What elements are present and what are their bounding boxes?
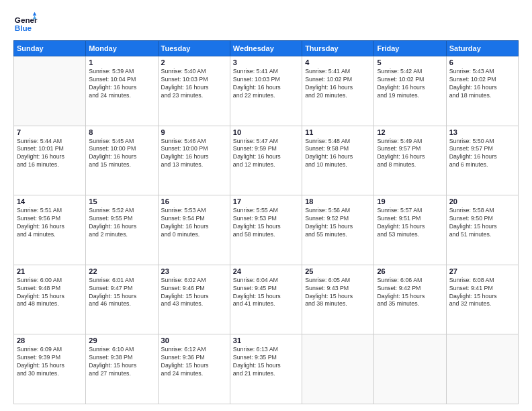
calendar-cell: 11Sunrise: 5:48 AM Sunset: 9:58 PM Dayli… <box>302 126 374 195</box>
day-info: Sunrise: 6:08 AM Sunset: 9:41 PM Dayligh… <box>449 277 515 309</box>
day-info: Sunrise: 5:48 AM Sunset: 9:58 PM Dayligh… <box>305 138 371 170</box>
day-info: Sunrise: 6:04 AM Sunset: 9:45 PM Dayligh… <box>233 277 299 309</box>
day-number: 13 <box>449 128 515 136</box>
day-number: 20 <box>449 197 515 205</box>
day-info: Sunrise: 5:42 AM Sunset: 10:02 PM Daylig… <box>377 68 443 100</box>
calendar-cell <box>14 56 86 126</box>
day-info: Sunrise: 5:49 AM Sunset: 9:57 PM Dayligh… <box>377 138 443 170</box>
calendar-cell: 30Sunrise: 6:12 AM Sunset: 9:36 PM Dayli… <box>158 334 230 404</box>
day-number: 22 <box>89 267 154 275</box>
day-number: 21 <box>17 267 83 275</box>
calendar-cell: 7Sunrise: 5:44 AM Sunset: 10:01 PM Dayli… <box>14 126 86 195</box>
day-info: Sunrise: 5:52 AM Sunset: 9:55 PM Dayligh… <box>89 207 154 239</box>
day-number: 15 <box>89 197 154 205</box>
day-info: Sunrise: 6:12 AM Sunset: 9:36 PM Dayligh… <box>161 346 227 378</box>
day-number: 29 <box>89 336 154 345</box>
week-row-5: 28Sunrise: 6:09 AM Sunset: 9:39 PM Dayli… <box>14 334 519 404</box>
day-number: 26 <box>377 267 443 275</box>
day-number: 18 <box>305 197 371 205</box>
day-info: Sunrise: 5:53 AM Sunset: 9:54 PM Dayligh… <box>161 207 227 239</box>
day-number: 8 <box>89 128 154 136</box>
day-info: Sunrise: 5:40 AM Sunset: 10:03 PM Daylig… <box>161 68 227 100</box>
day-info: Sunrise: 5:47 AM Sunset: 9:59 PM Dayligh… <box>233 138 299 170</box>
day-info: Sunrise: 5:46 AM Sunset: 10:00 PM Daylig… <box>161 138 227 170</box>
week-row-1: 1Sunrise: 5:39 AM Sunset: 10:04 PM Dayli… <box>14 56 519 126</box>
calendar-cell: 16Sunrise: 5:53 AM Sunset: 9:54 PM Dayli… <box>158 195 230 265</box>
day-info: Sunrise: 6:05 AM Sunset: 9:43 PM Dayligh… <box>305 277 371 309</box>
svg-marker-2 <box>33 12 36 15</box>
weekday-header-saturday: Saturday <box>446 41 518 56</box>
week-row-3: 14Sunrise: 5:51 AM Sunset: 9:56 PM Dayli… <box>14 195 519 265</box>
day-number: 6 <box>449 58 515 66</box>
day-info: Sunrise: 6:09 AM Sunset: 9:39 PM Dayligh… <box>17 346 83 378</box>
calendar-cell: 22Sunrise: 6:01 AM Sunset: 9:47 PM Dayli… <box>86 265 158 334</box>
week-row-4: 21Sunrise: 6:00 AM Sunset: 9:48 PM Dayli… <box>14 265 519 334</box>
day-number: 28 <box>17 336 83 345</box>
day-number: 23 <box>161 267 227 275</box>
calendar-table: SundayMondayTuesdayWednesdayThursdayFrid… <box>13 40 519 404</box>
calendar-cell: 29Sunrise: 6:10 AM Sunset: 9:38 PM Dayli… <box>86 334 158 404</box>
day-number: 19 <box>377 197 443 205</box>
calendar-cell: 19Sunrise: 5:57 AM Sunset: 9:51 PM Dayli… <box>374 195 446 265</box>
svg-text:Blue: Blue <box>15 24 32 32</box>
day-info: Sunrise: 5:57 AM Sunset: 9:51 PM Dayligh… <box>377 207 443 239</box>
day-info: Sunrise: 6:00 AM Sunset: 9:48 PM Dayligh… <box>17 277 83 309</box>
weekday-header-monday: Monday <box>86 41 158 56</box>
day-number: 25 <box>305 267 371 275</box>
day-info: Sunrise: 6:02 AM Sunset: 9:46 PM Dayligh… <box>161 277 227 309</box>
day-number: 4 <box>305 58 371 66</box>
calendar-cell: 20Sunrise: 5:58 AM Sunset: 9:50 PM Dayli… <box>446 195 518 265</box>
day-number: 16 <box>161 197 227 205</box>
calendar-cell: 25Sunrise: 6:05 AM Sunset: 9:43 PM Dayli… <box>302 265 374 334</box>
day-info: Sunrise: 5:51 AM Sunset: 9:56 PM Dayligh… <box>17 207 83 239</box>
day-info: Sunrise: 5:55 AM Sunset: 9:53 PM Dayligh… <box>233 207 299 239</box>
calendar-cell: 21Sunrise: 6:00 AM Sunset: 9:48 PM Dayli… <box>14 265 86 334</box>
day-info: Sunrise: 5:41 AM Sunset: 10:03 PM Daylig… <box>233 68 299 100</box>
calendar-cell: 24Sunrise: 6:04 AM Sunset: 9:45 PM Dayli… <box>230 265 302 334</box>
day-number: 10 <box>233 128 299 136</box>
day-info: Sunrise: 6:01 AM Sunset: 9:47 PM Dayligh… <box>89 277 154 309</box>
day-info: Sunrise: 6:13 AM Sunset: 9:35 PM Dayligh… <box>233 346 299 378</box>
day-info: Sunrise: 5:50 AM Sunset: 9:57 PM Dayligh… <box>449 138 515 170</box>
day-number: 12 <box>377 128 443 136</box>
day-number: 2 <box>161 58 227 66</box>
calendar-cell: 10Sunrise: 5:47 AM Sunset: 9:59 PM Dayli… <box>230 126 302 195</box>
day-info: Sunrise: 6:06 AM Sunset: 9:42 PM Dayligh… <box>377 277 443 309</box>
logo: General Blue <box>13 11 38 35</box>
header: General Blue <box>13 11 519 35</box>
calendar-cell: 14Sunrise: 5:51 AM Sunset: 9:56 PM Dayli… <box>14 195 86 265</box>
day-number: 27 <box>449 267 515 275</box>
calendar-cell <box>446 334 518 404</box>
calendar-cell: 28Sunrise: 6:09 AM Sunset: 9:39 PM Dayli… <box>14 334 86 404</box>
weekday-header-row: SundayMondayTuesdayWednesdayThursdayFrid… <box>14 41 519 56</box>
calendar-cell: 15Sunrise: 5:52 AM Sunset: 9:55 PM Dayli… <box>86 195 158 265</box>
day-number: 14 <box>17 197 83 205</box>
calendar-cell: 1Sunrise: 5:39 AM Sunset: 10:04 PM Dayli… <box>86 56 158 126</box>
calendar-cell: 13Sunrise: 5:50 AM Sunset: 9:57 PM Dayli… <box>446 126 518 195</box>
calendar-cell: 23Sunrise: 6:02 AM Sunset: 9:46 PM Dayli… <box>158 265 230 334</box>
calendar-cell: 9Sunrise: 5:46 AM Sunset: 10:00 PM Dayli… <box>158 126 230 195</box>
calendar-cell: 27Sunrise: 6:08 AM Sunset: 9:41 PM Dayli… <box>446 265 518 334</box>
day-number: 5 <box>377 58 443 66</box>
calendar-cell: 3Sunrise: 5:41 AM Sunset: 10:03 PM Dayli… <box>230 56 302 126</box>
day-info: Sunrise: 6:10 AM Sunset: 9:38 PM Dayligh… <box>89 346 154 378</box>
day-info: Sunrise: 5:43 AM Sunset: 10:02 PM Daylig… <box>449 68 515 100</box>
day-info: Sunrise: 5:39 AM Sunset: 10:04 PM Daylig… <box>89 68 154 100</box>
day-info: Sunrise: 5:56 AM Sunset: 9:52 PM Dayligh… <box>305 207 371 239</box>
day-number: 17 <box>233 197 299 205</box>
calendar-cell: 26Sunrise: 6:06 AM Sunset: 9:42 PM Dayli… <box>374 265 446 334</box>
day-number: 31 <box>233 336 299 345</box>
calendar-cell <box>302 334 374 404</box>
week-row-2: 7Sunrise: 5:44 AM Sunset: 10:01 PM Dayli… <box>14 126 519 195</box>
day-number: 3 <box>233 58 299 66</box>
calendar-cell: 8Sunrise: 5:45 AM Sunset: 10:00 PM Dayli… <box>86 126 158 195</box>
day-info: Sunrise: 5:58 AM Sunset: 9:50 PM Dayligh… <box>449 207 515 239</box>
day-number: 11 <box>305 128 371 136</box>
day-number: 7 <box>17 128 83 136</box>
day-info: Sunrise: 5:44 AM Sunset: 10:01 PM Daylig… <box>17 138 83 170</box>
logo-icon: General Blue <box>13 11 38 35</box>
calendar-cell: 5Sunrise: 5:42 AM Sunset: 10:02 PM Dayli… <box>374 56 446 126</box>
day-info: Sunrise: 5:45 AM Sunset: 10:00 PM Daylig… <box>89 138 154 170</box>
calendar-cell: 2Sunrise: 5:40 AM Sunset: 10:03 PM Dayli… <box>158 56 230 126</box>
weekday-header-thursday: Thursday <box>302 41 374 56</box>
